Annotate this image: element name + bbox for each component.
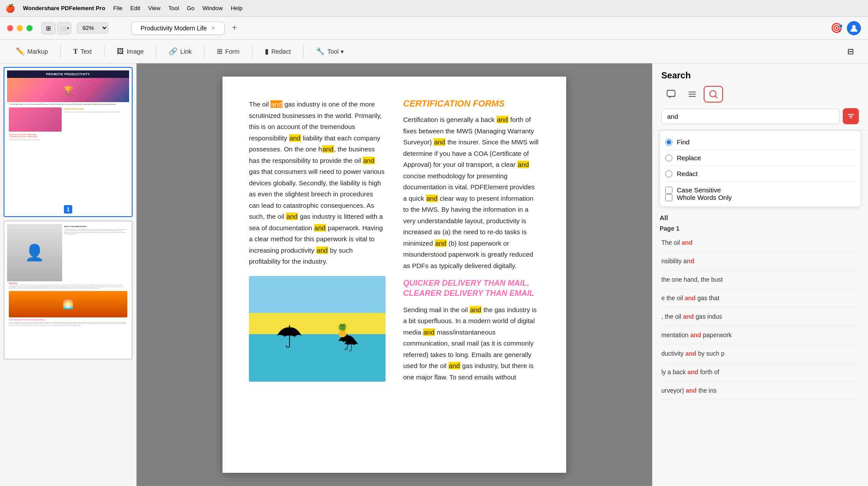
sidebar-toggle-button[interactable]: ⊟ xyxy=(842,44,859,59)
close-button[interactable] xyxy=(7,25,13,31)
grid-view-button[interactable]: ⊞ xyxy=(41,22,56,34)
thumbnail-image-2: 👤 ABOUT THE SHAREHOLDERS As the text is … xyxy=(7,224,129,356)
quick-text-1: Sending mail in the oil xyxy=(403,306,470,313)
minimize-button[interactable] xyxy=(17,25,23,31)
search-panel: Search xyxy=(652,63,868,486)
result-text-5: , the oil and gas indus xyxy=(661,312,859,321)
result-item-9[interactable]: urveyor) and the ins xyxy=(660,382,861,400)
highlight-and-cert-1: and xyxy=(497,116,508,123)
separator xyxy=(60,45,61,58)
pdf-cert-content: Certification is generally a back and fo… xyxy=(403,114,540,271)
page-thumbnail-2[interactable]: 👤 ABOUT THE SHAREHOLDERS As the text is … xyxy=(4,221,133,360)
tips-button[interactable]: 🎯 xyxy=(831,22,842,34)
result-highlight-5: and xyxy=(683,313,694,320)
result-text-7: ductivity and by such p xyxy=(661,349,859,358)
whole-words-checkbox[interactable] xyxy=(665,194,672,201)
page-thumbnail-1[interactable]: PROMOTE PRODUCTIVITY 🏆 The oil and gas i… xyxy=(4,67,133,217)
thumb1-hero-img: 🏆 xyxy=(7,78,129,102)
pdf-quick-content: Sending mail in the oil and the gas indu… xyxy=(403,304,540,383)
highlight-and-3: and xyxy=(322,145,334,153)
page-number-label-1: 1 xyxy=(64,205,72,214)
image-button[interactable]: 🖼 Image xyxy=(110,45,151,58)
redact-option-label: Redact xyxy=(677,170,698,177)
pdf-beach-image: ☂ ☂ ☂ 🍍 xyxy=(249,276,386,382)
user-avatar[interactable] xyxy=(847,21,861,35)
result-highlight-4: and xyxy=(685,295,696,302)
menu-tool[interactable]: Tool xyxy=(168,5,179,11)
highlight-and-cert-4: and xyxy=(426,195,438,202)
menu-help[interactable]: Help xyxy=(231,5,243,11)
list-tab[interactable] xyxy=(683,86,702,103)
replace-option[interactable]: Replace xyxy=(665,152,855,164)
menu-file[interactable]: File xyxy=(113,5,122,11)
case-sensitive-label: Case Sensitive xyxy=(677,186,721,194)
whole-words-label: Whole Words Only xyxy=(677,194,732,201)
case-sensitive-checkbox[interactable] xyxy=(665,187,672,194)
result-prefix-5: , the oil xyxy=(661,313,683,320)
thumb2-delegation: DELEGATION WITHIN THE ORGANIZATION xyxy=(7,318,129,321)
result-item-5[interactable]: , the oil and gas indus xyxy=(660,308,861,326)
form-icon: ⊞ xyxy=(217,47,223,55)
find-label: Find xyxy=(677,138,690,146)
result-item-8[interactable]: ly a back and forth of xyxy=(660,363,861,382)
result-item-1[interactable]: The oil and xyxy=(660,234,861,252)
result-item-7[interactable]: ductivity and by such p xyxy=(660,345,861,363)
markup-button[interactable]: ✏️ Markup xyxy=(9,44,55,58)
svg-point-0 xyxy=(852,25,856,29)
result-item-3[interactable]: the one hand, the bust xyxy=(660,271,861,289)
panel-view-button[interactable]: ⬜▾ xyxy=(57,22,71,34)
result-item-4[interactable]: e the oil and gas that xyxy=(660,289,861,308)
find-option[interactable]: Find xyxy=(665,136,855,148)
result-text-4: e the oil and gas that xyxy=(661,294,859,303)
app-name: Wondershare PDFelement Pro xyxy=(23,5,105,11)
apple-menu[interactable]: 🍎 xyxy=(5,4,15,13)
whole-words-option[interactable]: Whole Words Only xyxy=(665,194,855,201)
maximize-button[interactable] xyxy=(26,25,33,31)
thumb2-bottom-text: Oil and Gas industries should be able to… xyxy=(7,321,129,327)
tool-icon: 🔧 xyxy=(316,47,325,55)
result-suffix-8: forth of xyxy=(698,368,719,376)
menu-go[interactable]: Go xyxy=(187,5,194,11)
thumb2-top: 👤 ABOUT THE SHAREHOLDERS As the text is … xyxy=(7,224,129,281)
chat-tab[interactable] xyxy=(661,86,681,103)
umbrella-1-icon: ☂ xyxy=(275,319,303,355)
form-button[interactable]: ⊞ Form xyxy=(210,44,247,58)
replace-radio[interactable] xyxy=(665,155,672,162)
redact-option[interactable]: Redact xyxy=(665,168,855,180)
text-icon: 𝐓 xyxy=(73,48,78,55)
pineapple-icon: 🍍 xyxy=(335,323,350,338)
case-sensitive-option[interactable]: Case Sensitive xyxy=(665,184,855,194)
menu-window[interactable]: Window xyxy=(202,5,223,11)
result-item-2[interactable]: nsibility and xyxy=(660,252,861,271)
thumb2-person-img: 👤 xyxy=(7,224,62,281)
result-prefix-1: The oil xyxy=(661,239,682,246)
pdf-right-column: CERTIFICATION FORMS Certification is gen… xyxy=(403,99,540,390)
search-tab[interactable] xyxy=(704,86,723,103)
result-highlight-6: and xyxy=(690,331,701,339)
new-tab-button[interactable]: + xyxy=(228,22,241,34)
zoom-selector[interactable]: 92% 75% 100% 125% xyxy=(77,22,108,33)
result-item-6[interactable]: mentation and paperwork xyxy=(660,326,861,345)
thumb1-col-text: CERTIFICATION FORMS Certification is gen… xyxy=(63,107,127,132)
umbrella-3-icon: ☂ xyxy=(343,335,359,355)
tool-button[interactable]: 🔧 Tool ▾ xyxy=(309,44,351,58)
result-text-3: the one hand, the bust xyxy=(661,275,859,284)
find-radio[interactable] xyxy=(665,139,672,146)
markup-icon: ✏️ xyxy=(16,47,25,55)
search-input-field[interactable] xyxy=(661,109,840,124)
menu-view[interactable]: View xyxy=(148,5,160,11)
document-tab[interactable]: Productivity Modern Life ✕ xyxy=(131,22,225,35)
search-filter-button[interactable] xyxy=(842,108,859,125)
result-suffix-9: the ins xyxy=(697,387,716,394)
link-button[interactable]: 🔗 Link xyxy=(162,44,199,58)
pdf-two-column: The oil and gas industry is one of the m… xyxy=(249,99,540,390)
redact-radio[interactable] xyxy=(665,170,672,177)
menu-edit[interactable]: Edit xyxy=(130,5,140,11)
redact-button[interactable]: ▮ Redact xyxy=(258,44,298,58)
page-number-badge-1: 1 xyxy=(7,202,129,214)
traffic-lights xyxy=(7,25,33,31)
tab-title: Productivity Modern Life xyxy=(141,25,207,32)
text-button[interactable]: 𝐓 Text xyxy=(66,45,99,58)
thumb1-two-col: CERTIFICATION FORMS Certification is gen… xyxy=(7,107,129,133)
tab-close-icon[interactable]: ✕ xyxy=(211,25,215,31)
